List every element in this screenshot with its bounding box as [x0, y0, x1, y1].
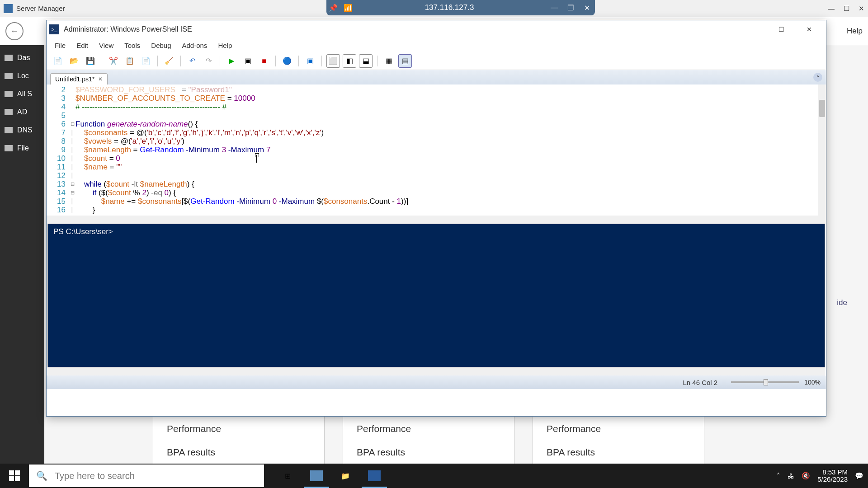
tray-clock[interactable]: 8:53 PM 5/26/2023 — [817, 469, 848, 483]
sm-minimize-icon[interactable]: — — [828, 5, 835, 13]
task-view-icon[interactable]: ⊞ — [273, 464, 302, 488]
menu-tools[interactable]: Tools — [120, 40, 145, 51]
sidebar-item-file[interactable]: File — [0, 139, 44, 157]
tray-notifications-icon[interactable]: 💬 — [855, 472, 863, 480]
script-pane-icon[interactable]: ▤ — [398, 54, 412, 68]
fold-column[interactable]: ⊟││││││⊟⊟││ — [69, 84, 75, 216]
tile-bpa[interactable]: BPA results — [167, 441, 311, 464]
console-pane[interactable]: PS C:\Users\ser> — [47, 224, 825, 367]
start-button[interactable] — [0, 464, 29, 488]
rdp-close-icon[interactable]: ✕ — [579, 1, 595, 14]
server-icon — [5, 73, 13, 79]
hide-link[interactable]: ide — [837, 298, 847, 307]
sidebar-item-local[interactable]: Loc — [0, 67, 44, 85]
search-box[interactable]: 🔍 Type here to search — [29, 465, 264, 487]
ad-icon — [5, 109, 13, 115]
redo-icon[interactable]: ↷ — [202, 54, 215, 68]
sm-close-icon[interactable]: ✕ — [859, 5, 864, 13]
windows-logo-icon — [9, 470, 20, 481]
ise-tab-bar: Untitled1.ps1* ✕ ^ — [47, 70, 826, 84]
rdp-restore-icon[interactable]: ❐ — [562, 1, 579, 14]
menu-debug[interactable]: Debug — [146, 40, 175, 51]
zoom-slider[interactable] — [731, 381, 799, 383]
back-button[interactable]: ← — [5, 22, 24, 40]
pin-icon[interactable]: 📌 — [326, 1, 340, 14]
dashboard-icon — [5, 55, 13, 61]
help-menu[interactable]: Help — [847, 27, 863, 36]
dns-icon — [5, 127, 13, 133]
copy-icon[interactable]: 📋 — [123, 54, 137, 68]
console-h-scrollbar[interactable] — [47, 367, 825, 375]
script-tab[interactable]: Untitled1.ps1* ✕ — [50, 73, 108, 84]
ise-title-text: Administrator: Windows PowerShell ISE — [64, 25, 192, 33]
command-addon-icon[interactable]: ▦ — [382, 54, 396, 68]
editor-h-scrollbar[interactable] — [47, 216, 826, 224]
tile-performance[interactable]: Performance — [167, 417, 311, 441]
breakpoint-icon[interactable]: 🔵 — [280, 54, 294, 68]
ise-maximize-button[interactable]: ☐ — [767, 21, 795, 38]
cut-icon[interactable]: ✂️ — [107, 54, 120, 68]
close-tab-icon[interactable]: ✕ — [98, 76, 103, 82]
sidebar-item-dashboard[interactable]: Das — [0, 49, 44, 67]
powershell-ise-window: >_ Administrator: Windows PowerShell ISE… — [46, 20, 826, 417]
ise-statusbar: Ln 46 Col 2 100% — [47, 375, 826, 389]
run-selection-icon[interactable]: ▣ — [241, 54, 255, 68]
sidebar-item-dns[interactable]: DNS — [0, 121, 44, 139]
line-gutter: 2345678910111213141516 — [47, 84, 69, 216]
collapse-script-icon[interactable]: ^ — [813, 73, 822, 82]
layout1-icon[interactable]: ⬜ — [326, 54, 340, 68]
tile-bpa[interactable]: BPA results — [547, 441, 690, 464]
layout2-icon[interactable]: ◧ — [343, 54, 356, 68]
search-icon: 🔍 — [36, 470, 47, 481]
ise-menubar: File Edit View Tools Debug Add-ons Help — [47, 38, 826, 52]
tile-performance[interactable]: Performance — [357, 417, 500, 441]
clear-icon[interactable]: 🧹 — [162, 54, 176, 68]
ise-close-button[interactable]: ✕ — [795, 21, 823, 38]
sidebar-item-ad[interactable]: AD — [0, 103, 44, 121]
search-placeholder: Type here to search — [55, 471, 135, 481]
servers-icon — [5, 91, 13, 97]
paste-icon[interactable]: 📄 — [139, 54, 153, 68]
tab-label: Untitled1.ps1* — [55, 75, 94, 83]
file-icon — [5, 145, 13, 151]
tray-volume-icon[interactable]: 🔇 — [802, 472, 810, 480]
menu-edit[interactable]: Edit — [72, 40, 93, 51]
remote-icon[interactable]: ▣ — [303, 54, 317, 68]
code-area[interactable]: $PASSWORD_FOR_USERS = "Password1"$NUMBER… — [75, 84, 826, 216]
ise-titlebar[interactable]: >_ Administrator: Windows PowerShell ISE… — [47, 20, 826, 38]
open-file-icon[interactable]: 📂 — [67, 54, 81, 68]
script-editor[interactable]: 2345678910111213141516 ⊟││││││⊟⊟││ $PASS… — [47, 84, 826, 216]
taskbar-explorer[interactable]: 📁 — [331, 464, 360, 488]
editor-scrollbar[interactable] — [818, 84, 826, 216]
layout3-icon[interactable]: ⬓ — [359, 54, 373, 68]
zoom-thumb[interactable] — [764, 379, 768, 385]
ise-toolbar: 📄 📂 💾 ✂️ 📋 📄 🧹 ↶ ↷ ▶ ▣ ■ 🔵 ▣ ⬜ ◧ ⬓ ▦ ▤ — [47, 52, 826, 70]
rdp-connection-bar[interactable]: 📌 📶 137.116.127.3 — ❐ ✕ — [326, 0, 595, 15]
sm-sidebar: Das Loc All S AD DNS File — [0, 45, 44, 470]
sm-maximize-icon[interactable]: ☐ — [844, 5, 849, 13]
run-icon[interactable]: ▶ — [225, 54, 238, 68]
menu-file[interactable]: File — [50, 40, 70, 51]
tile-performance[interactable]: Performance — [547, 417, 690, 441]
tray-chevron-icon[interactable]: ˄ — [777, 472, 780, 480]
signal-icon: 📶 — [344, 4, 353, 12]
rdp-ip: 137.116.127.3 — [353, 3, 546, 12]
ise-minimize-button[interactable]: — — [739, 21, 767, 38]
taskbar-powershell-ise[interactable] — [360, 464, 389, 488]
scroll-thumb[interactable] — [819, 100, 825, 117]
rdp-minimize-icon[interactable]: — — [546, 1, 562, 14]
stop-icon[interactable]: ■ — [257, 54, 271, 68]
system-tray: ˄ 🖧 🔇 8:53 PM 5/26/2023 💬 — [777, 469, 868, 483]
undo-icon[interactable]: ↶ — [185, 54, 199, 68]
new-file-icon[interactable]: 📄 — [51, 54, 65, 68]
taskbar-server-manager[interactable] — [302, 464, 331, 488]
menu-help[interactable]: Help — [213, 40, 236, 51]
text-cursor — [256, 155, 257, 163]
menu-addons[interactable]: Add-ons — [178, 40, 212, 51]
tile-bpa[interactable]: BPA results — [357, 441, 500, 464]
sidebar-item-all[interactable]: All S — [0, 85, 44, 103]
tray-network-icon[interactable]: 🖧 — [788, 472, 794, 480]
server-manager-icon — [4, 4, 13, 13]
menu-view[interactable]: View — [94, 40, 118, 51]
save-icon[interactable]: 💾 — [84, 54, 97, 68]
